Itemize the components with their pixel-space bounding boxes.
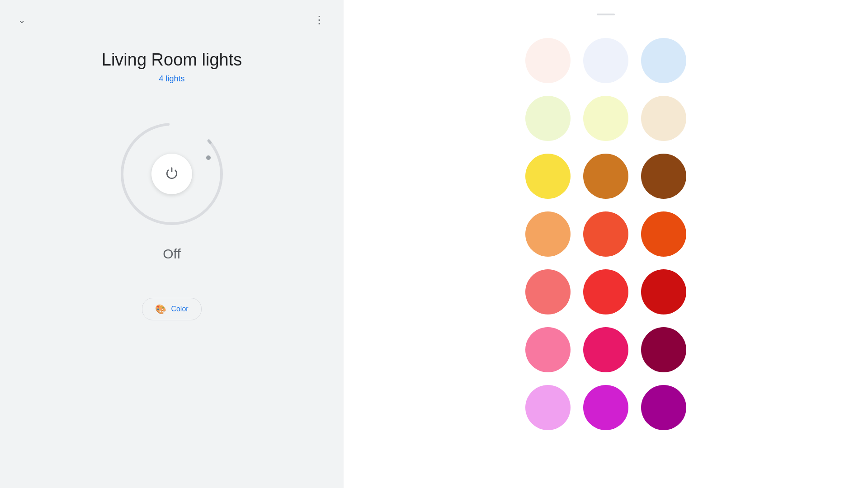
color-button-label: Color [171, 305, 188, 313]
color-swatch-16[interactable] [525, 327, 571, 372]
color-swatch-6[interactable] [641, 96, 686, 141]
color-swatch-5[interactable] [583, 96, 628, 141]
color-swatch-9[interactable] [641, 154, 686, 199]
color-button[interactable]: 🎨 Color [142, 298, 201, 320]
top-bar: ⌄ ⋮ [0, 9, 344, 31]
color-swatch-15[interactable] [641, 269, 686, 314]
dial-section: Off [108, 111, 235, 262]
svg-point-2 [206, 155, 211, 160]
color-swatch-3[interactable] [641, 38, 686, 83]
palette-icon: 🎨 [155, 304, 166, 314]
more-options-icon[interactable]: ⋮ [314, 14, 326, 26]
color-swatch-21[interactable] [641, 385, 686, 430]
title-section: Living Room lights 4 lights [102, 50, 242, 84]
left-panel: ⌄ ⋮ Living Room lights 4 lights Off [0, 0, 344, 488]
color-swatch-10[interactable] [525, 211, 571, 257]
color-swatch-18[interactable] [641, 327, 686, 372]
color-swatch-14[interactable] [583, 269, 628, 314]
color-swatch-20[interactable] [583, 385, 628, 430]
lights-count: 4 lights [102, 74, 242, 84]
color-grid [498, 29, 713, 439]
color-swatch-7[interactable] [525, 154, 571, 199]
room-title: Living Room lights [102, 50, 242, 70]
status-label: Off [163, 246, 180, 262]
color-swatch-17[interactable] [583, 327, 628, 372]
right-panel [344, 0, 868, 488]
color-swatch-19[interactable] [525, 385, 571, 430]
color-swatch-1[interactable] [525, 38, 571, 83]
power-button[interactable] [151, 154, 192, 194]
power-icon [165, 167, 179, 181]
color-swatch-13[interactable] [525, 269, 571, 314]
color-swatch-11[interactable] [583, 211, 628, 257]
drag-handle[interactable] [597, 14, 615, 15]
chevron-down-icon[interactable]: ⌄ [18, 14, 26, 25]
dial-container [108, 111, 235, 237]
color-swatch-8[interactable] [583, 154, 628, 199]
color-swatch-12[interactable] [641, 211, 686, 257]
color-swatch-2[interactable] [583, 38, 628, 83]
color-swatch-4[interactable] [525, 96, 571, 141]
